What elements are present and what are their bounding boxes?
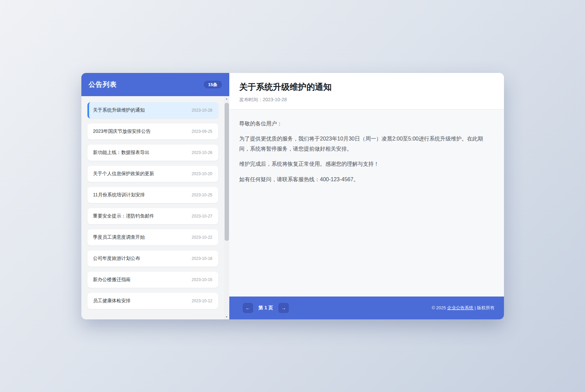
list-item[interactable]: 公司年度旅游计划公布 2023-10-18 [87, 250, 218, 267]
detail-paragraph: 尊敬的各位用户： [239, 119, 494, 129]
list-item-title: 新功能上线：数据报表导出 [93, 150, 150, 156]
list-item[interactable]: 新办公楼搬迁指南 2023-10-15 [87, 272, 218, 288]
list-item[interactable]: 员工健康体检安排 2023-10-12 [87, 293, 218, 309]
list-item-title: 2023年国庆节放假安排公告 [93, 128, 151, 134]
scrollbar-thumb[interactable] [225, 103, 229, 241]
sidebar: 公告列表 15条 关于系统升级维护的通知 2023-10-28 2023年国庆节… [81, 73, 229, 319]
list-item[interactable]: 季度员工满意度调查开始 2023-10-22 [87, 229, 218, 245]
list-item-title: 重要安全提示：谨防钓鱼邮件 [93, 213, 154, 219]
list-item-date: 2023-10-12 [192, 299, 212, 303]
list-item-date: 2023-09-25 [192, 129, 212, 134]
list-item-title: 11月份系统培训计划安排 [93, 192, 145, 198]
list-item-date: 2023-10-25 [192, 193, 212, 197]
list-item-title: 关于个人信息保护政策的更新 [93, 171, 154, 177]
announcement-app-card: 公告列表 15条 关于系统升级维护的通知 2023-10-28 2023年国庆节… [81, 73, 504, 319]
next-page-button[interactable]: → [278, 303, 289, 313]
prev-page-button[interactable]: ← [243, 303, 253, 313]
detail-title: 关于系统升级维护的通知 [239, 81, 494, 92]
list-item[interactable]: 关于个人信息保护政策的更新 2023-10-20 [87, 166, 218, 182]
list-item-title: 公司年度旅游计划公布 [93, 256, 140, 262]
copyright-prefix: © 2025 [432, 305, 447, 310]
detail-paragraph: 为了提供更优质的服务，我们将于2023年10月30日（周一）凌晨2:00至5:0… [239, 134, 494, 154]
sidebar-title: 公告列表 [89, 80, 117, 89]
detail-meta: 发布时间：2023-10-28 [239, 97, 494, 103]
copyright-suffix: | 版权所有 [473, 305, 495, 310]
list-item-date: 2023-10-27 [192, 214, 212, 219]
count-badge: 15条 [204, 81, 222, 88]
list-item-date: 2023-10-26 [192, 150, 212, 155]
list-item-date: 2023-10-28 [192, 108, 212, 113]
list-item-date: 2023-10-22 [192, 235, 212, 240]
scrollbar[interactable]: ▲ ▼ [224, 96, 229, 319]
list-item[interactable]: 2023年国庆节放假安排公告 2023-09-25 [87, 123, 218, 140]
detail-paragraph: 维护完成后，系统将恢复正常使用。感谢您的理解与支持！ [239, 159, 494, 169]
detail-paragraph: 如有任何疑问，请联系客服热线：400-123-4567。 [239, 174, 494, 185]
list-item-title: 新办公楼搬迁指南 [93, 277, 131, 283]
list-item[interactable]: 关于系统升级维护的通知 2023-10-28 [87, 102, 218, 118]
detail-meta-label: 发布时间： [239, 97, 263, 102]
list-item-date: 2023-10-18 [192, 256, 212, 261]
copyright-link[interactable]: 企业公告系统 [447, 305, 473, 310]
list-item-title: 员工健康体检安排 [93, 298, 131, 304]
detail-meta-date: 2023-10-28 [263, 97, 287, 102]
list-item-title: 关于系统升级维护的通知 [93, 107, 145, 113]
list-item-date: 2023-10-20 [192, 171, 212, 176]
pagination: ← 第 1 页 → [243, 303, 289, 313]
page-indicator: 第 1 页 [259, 305, 273, 311]
list-item[interactable]: 11月份系统培训计划安排 2023-10-25 [87, 187, 218, 203]
main-panel: 关于系统升级维护的通知 发布时间：2023-10-28 尊敬的各位用户：为了提供… [229, 73, 504, 319]
sidebar-header: 公告列表 15条 [81, 73, 229, 96]
announcement-list[interactable]: 关于系统升级维护的通知 2023-10-28 2023年国庆节放假安排公告 20… [81, 96, 229, 319]
detail-header: 关于系统升级维护的通知 发布时间：2023-10-28 [229, 73, 504, 110]
list-item-title: 季度员工满意度调查开始 [93, 234, 145, 240]
list-item[interactable]: 重要安全提示：谨防钓鱼邮件 2023-10-27 [87, 208, 218, 224]
copyright: © 2025 企业公告系统 | 版权所有 [432, 305, 494, 311]
list-item[interactable]: 新功能上线：数据报表导出 2023-10-26 [87, 145, 218, 161]
detail-body: 尊敬的各位用户：为了提供更优质的服务，我们将于2023年10月30日（周一）凌晨… [229, 110, 504, 297]
scrollbar-up-icon[interactable]: ▲ [224, 96, 229, 101]
scrollbar-down-icon[interactable]: ▼ [224, 314, 229, 319]
list-item-date: 2023-10-15 [192, 277, 212, 282]
footer: ← 第 1 页 → © 2025 企业公告系统 | 版权所有 [229, 297, 504, 319]
